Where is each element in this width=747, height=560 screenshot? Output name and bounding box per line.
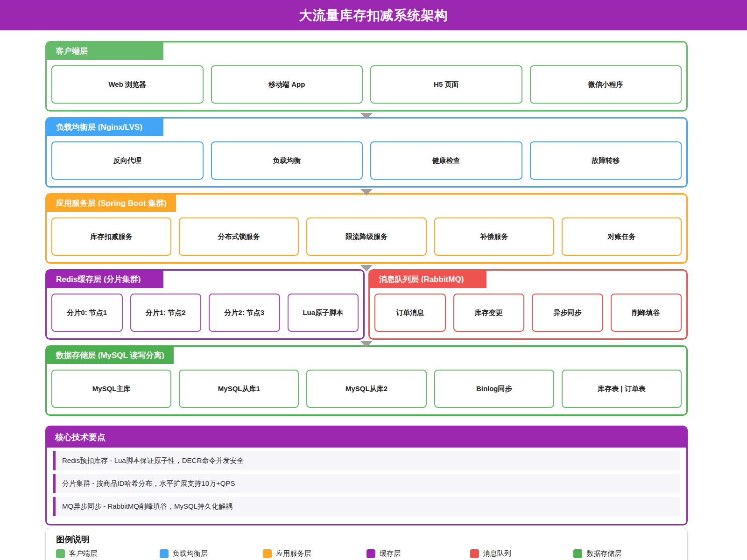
mq-box: 异步同步 (532, 294, 603, 332)
legend-item-label: 消息队列 (483, 549, 511, 558)
legend-item-label: 负载均衡层 (173, 549, 208, 558)
layer-client-section: 客户端层 Web 浏览器移动端 AppH5 页面微信小程序 (45, 41, 688, 112)
legend-item-label: 客户端层 (69, 549, 97, 558)
down-arrow-icon (360, 265, 373, 272)
tech-point-item: Redis预扣库存 - Lua脚本保证原子性，DECR命令并发安全 (53, 451, 680, 470)
legend-item: 数据存储层 (573, 549, 677, 558)
tech-points-header: 核心技术要点 (47, 427, 686, 448)
legend-swatch-icon (56, 549, 65, 558)
client-box: 移动端 App (211, 65, 363, 104)
layer-loadbalancer-section: 负载均衡层 (Nginx/LVS) 反向代理负载均衡健康检查故障转移 (45, 117, 688, 188)
redis-box: 分片2: 节点3 (209, 294, 280, 332)
layer-loadbalancer-tab: 负载均衡层 (Nginx/LVS) (47, 119, 163, 136)
diagram-canvas: 客户端层 Web 浏览器移动端 AppH5 页面微信小程序 负载均衡层 (Ngi… (45, 30, 688, 560)
legend-item-label: 应用服务层 (276, 549, 311, 558)
mq-box: 削峰填谷 (611, 294, 682, 332)
client-box: Web 浏览器 (51, 65, 204, 104)
cache-mq-split-row: Redis缓存层 (分片集群) 分片0: 节点1分片1: 节点2分片2: 节点3… (45, 269, 688, 340)
layer-mq-section: 消息队列层 (RabbitMQ) 订单消息库存变更异步同步削峰填谷 (368, 269, 688, 340)
client-box: H5 页面 (370, 65, 522, 104)
layer-mq-row: 订单消息库存变更异步同步削峰填谷 (370, 288, 686, 338)
down-arrow-icon (360, 189, 373, 196)
loadbalancer-box: 反向代理 (51, 141, 204, 180)
legend-item-label: 缓存层 (380, 549, 401, 558)
tech-point-item: 分片集群 - 按商品ID哈希分布，水平扩展支持10万+QPS (53, 474, 680, 493)
layer-redis-row: 分片0: 节点1分片1: 节点2分片2: 节点3Lua原子脚本 (47, 288, 363, 338)
tech-points-section: 核心技术要点 Redis预扣库存 - Lua脚本保证原子性，DECR命令并发安全… (45, 426, 688, 525)
legend-swatch-icon (160, 549, 169, 558)
layer-appservice-section: 应用服务层 (Spring Boot 集群) 库存扣减服务分布式锁服务限流降级服… (45, 193, 688, 264)
client-box: 微信小程序 (530, 65, 682, 104)
mq-box: 订单消息 (374, 294, 446, 332)
legend-swatch-icon (366, 549, 375, 558)
legend-item-label: 数据存储层 (586, 549, 621, 558)
down-arrow-icon (360, 341, 373, 348)
legend-row: 客户端层负载均衡层应用服务层缓存层消息队列数据存储层 (56, 549, 677, 558)
storage-box: Binlog同步 (434, 370, 554, 408)
layer-storage-tab: 数据存储层 (MySQL 读写分离) (47, 347, 174, 364)
legend-swatch-icon (263, 549, 272, 558)
loadbalancer-box: 健康检查 (370, 141, 522, 180)
storage-box: MySQL从库1 (179, 370, 299, 408)
appservice-box: 库存扣减服务 (51, 217, 171, 256)
mq-box: 库存变更 (453, 294, 525, 332)
legend-swatch-icon (573, 549, 582, 558)
layer-loadbalancer-row: 反向代理负载均衡健康检查故障转移 (47, 136, 686, 186)
legend-swatch-icon (470, 549, 479, 558)
storage-box: MySQL主库 (51, 370, 171, 408)
legend-item: 应用服务层 (263, 549, 366, 558)
layer-storage-row: MySQL主库MySQL从库1MySQL从库2Binlog同步库存表 | 订单表 (47, 364, 686, 414)
legend-title: 图例说明 (56, 534, 677, 545)
redis-box: 分片0: 节点1 (51, 294, 123, 332)
storage-box: MySQL从库2 (306, 370, 426, 408)
appservice-box: 限流降级服务 (306, 217, 426, 256)
page-header: 大流量库存扣减系统架构 (0, 0, 747, 30)
legend-item: 客户端层 (56, 549, 160, 558)
page-title: 大流量库存扣减系统架构 (299, 7, 448, 24)
layer-appservice-tab: 应用服务层 (Spring Boot 集群) (47, 195, 176, 212)
layer-mq-tab: 消息队列层 (RabbitMQ) (370, 271, 486, 288)
redis-box: Lua原子脚本 (288, 294, 359, 332)
appservice-box: 对账任务 (562, 217, 682, 256)
appservice-box: 分布式锁服务 (179, 217, 299, 256)
layer-storage-section: 数据存储层 (MySQL 读写分离) MySQL主库MySQL从库1MySQL从… (45, 345, 688, 416)
tech-point-item: MQ异步同步 - RabbitMQ削峰填谷，MySQL持久化解耦 (53, 497, 680, 516)
layer-client-tab: 客户端层 (47, 42, 163, 60)
appservice-box: 补偿服务 (434, 217, 554, 256)
layer-appservice-row: 库存扣减服务分布式锁服务限流降级服务补偿服务对账任务 (47, 212, 686, 262)
down-arrow-icon (360, 113, 373, 119)
layer-redis-section: Redis缓存层 (分片集群) 分片0: 节点1分片1: 节点2分片2: 节点3… (45, 269, 365, 340)
redis-box: 分片1: 节点2 (130, 294, 202, 332)
loadbalancer-box: 负载均衡 (211, 141, 363, 180)
layer-client-row: Web 浏览器移动端 AppH5 页面微信小程序 (47, 60, 686, 110)
storage-box: 库存表 | 订单表 (562, 370, 682, 408)
loadbalancer-box: 故障转移 (530, 141, 682, 180)
legend-section: 图例说明 客户端层负载均衡层应用服务层缓存层消息队列数据存储层 → 同步调用(实… (45, 528, 688, 560)
legend-item: 缓存层 (366, 549, 470, 558)
legend-item: 负载均衡层 (160, 549, 263, 558)
legend-item: 消息队列 (470, 549, 574, 558)
layer-redis-tab: Redis缓存层 (分片集群) (47, 271, 163, 288)
